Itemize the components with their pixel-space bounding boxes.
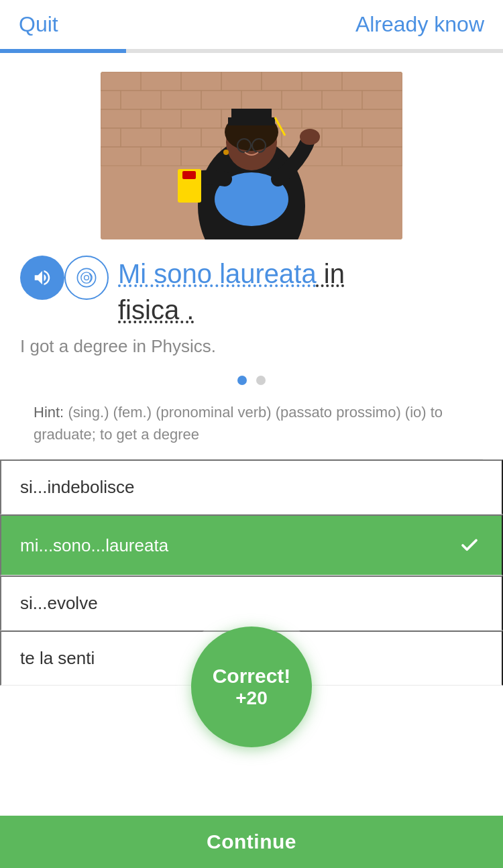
already-know-button[interactable]: Already know	[355, 12, 484, 37]
sentence-row: Mi sono laureata infisica .	[20, 256, 483, 328]
hint-area: Hint: (sing.) (fem.) (pronominal verb) (…	[20, 401, 483, 459]
svg-point-48	[300, 129, 320, 145]
correct-points: +20	[235, 688, 268, 709]
image-container	[0, 72, 503, 239]
check-icon	[456, 532, 483, 559]
answer-text-1: si...indebolisce	[20, 477, 135, 498]
dots-container	[20, 376, 483, 385]
continue-bar[interactable]: Continue	[0, 816, 503, 868]
correct-overlay: Correct! +20	[178, 613, 325, 761]
correct-badge: Correct! +20	[191, 627, 312, 747]
sentence-highlight: Mi sono laureata	[118, 259, 317, 288]
speaker-icon	[32, 268, 52, 288]
dot-2	[256, 376, 266, 385]
quit-button[interactable]: Quit	[19, 12, 58, 37]
correct-label: Correct!	[213, 665, 291, 688]
content-area: Mi sono laureata infisica . I got a degr…	[0, 256, 503, 459]
sentence-container: Mi sono laureata infisica .	[118, 256, 483, 328]
answer-text-3: si...evolve	[20, 593, 98, 614]
answer-option-1[interactable]: si...indebolisce	[0, 459, 503, 514]
snail-slow-icon	[75, 266, 98, 289]
svg-point-53	[81, 272, 92, 283]
audio-button[interactable]	[20, 256, 64, 300]
progress-bar-container	[0, 49, 503, 53]
svg-point-51	[223, 150, 229, 155]
hint-text: Hint: (sing.) (fem.) (pronominal verb) (…	[34, 404, 443, 443]
svg-rect-43	[231, 109, 272, 119]
hint-content: (sing.) (fem.) (pronominal verb) (passat…	[34, 404, 443, 443]
slow-audio-button[interactable]	[64, 256, 109, 300]
answer-text-4: te la senti	[20, 648, 95, 669]
progress-bar-fill	[0, 49, 126, 53]
svg-point-52	[77, 268, 95, 286]
hint-label: Hint:	[34, 404, 64, 421]
header: Quit Already know	[0, 0, 503, 49]
graduation-image	[101, 72, 402, 239]
answer-option-2[interactable]: mi...sono...laureata	[0, 514, 503, 576]
graduation-svg	[101, 72, 402, 239]
continue-button-label: Continue	[207, 830, 296, 853]
svg-point-54	[85, 276, 89, 280]
italian-sentence: Mi sono laureata infisica .	[118, 256, 483, 328]
translation: I got a degree in Physics.	[20, 336, 483, 357]
svg-rect-50	[182, 171, 196, 179]
dot-1	[237, 376, 247, 385]
answer-text-2: mi...sono...laureata	[20, 535, 168, 556]
